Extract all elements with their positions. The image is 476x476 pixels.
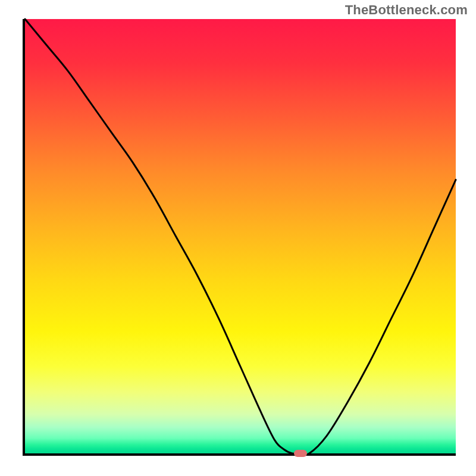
chart-container: TheBottleneck.com [0,0,476,476]
plot-area [23,19,456,456]
bottleneck-curve [25,19,456,453]
watermark-text: TheBottleneck.com [345,2,468,18]
minimum-marker [294,450,307,457]
